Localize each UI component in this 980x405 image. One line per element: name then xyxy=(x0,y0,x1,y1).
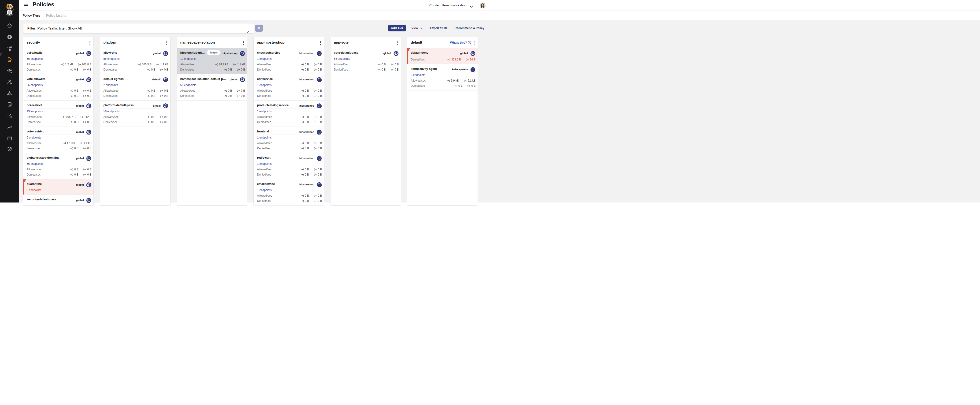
svg-text:ns: ns xyxy=(318,107,320,108)
svg-text:ns: ns xyxy=(318,80,320,81)
svg-text:?: ? xyxy=(469,41,470,44)
svg-text:ns: ns xyxy=(472,70,473,71)
svg-text:ns: ns xyxy=(318,54,320,55)
svg-text:ns: ns xyxy=(242,54,243,55)
svg-text:ns: ns xyxy=(318,133,320,134)
svg-text:ns: ns xyxy=(165,80,166,81)
svg-text:ns: ns xyxy=(318,185,320,187)
svg-text:ns: ns xyxy=(318,159,320,160)
